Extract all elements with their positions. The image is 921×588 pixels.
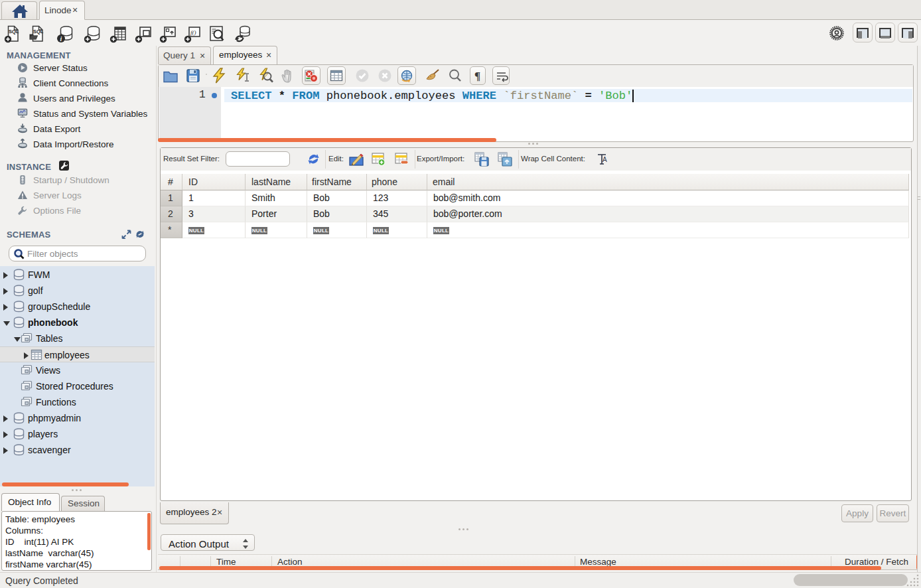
svg-text:SQL: SQL [9, 29, 19, 35]
svg-text:A: A [602, 156, 607, 163]
svg-text:¶: ¶ [474, 70, 480, 82]
svg-text:f(): f() [190, 29, 196, 36]
svg-text:i: i [60, 35, 62, 42]
svg-text:SQL: SQL [33, 29, 44, 35]
